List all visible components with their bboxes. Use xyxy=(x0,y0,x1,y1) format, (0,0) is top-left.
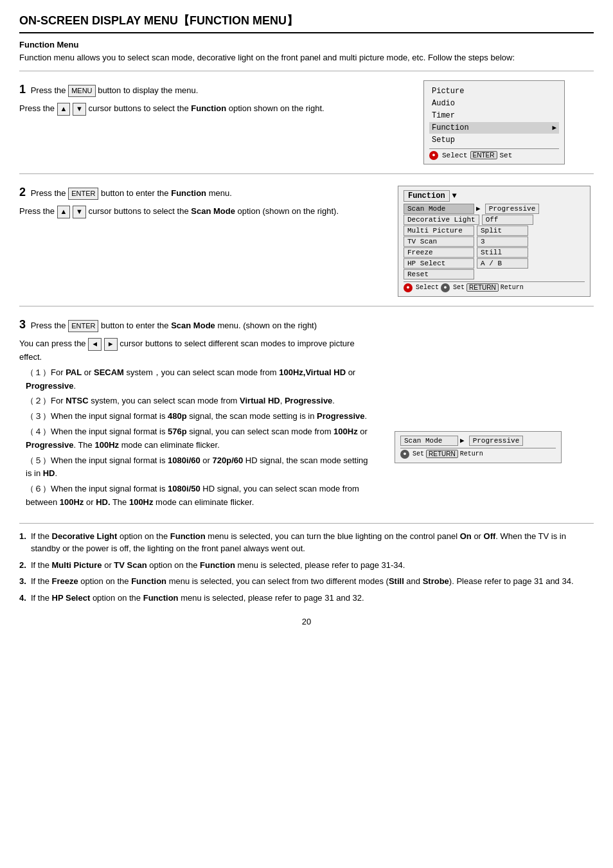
osd-fn-return-text: Return xyxy=(501,284,524,291)
note-1: 1. If the Decorative Light option on the… xyxy=(19,530,594,555)
return-badge-2: RETURN xyxy=(426,450,458,458)
osd-fn-tvscan-value: 3 xyxy=(477,236,528,247)
step-3-text: 3 Press the ENTER button to enter the Sc… xyxy=(19,315,375,509)
step-3-body-2: （１）For PAL or SECAM system，you can selec… xyxy=(26,366,375,393)
step-3-body-4: （３）When the input signal format is 480p … xyxy=(26,410,375,423)
osd-fn-deco-label: Decorative Light xyxy=(404,215,479,225)
note-num-3: 3. xyxy=(19,575,31,588)
osd-fn-hp-value: A / B xyxy=(477,258,528,269)
section-name: Function Menu xyxy=(19,40,594,49)
osd-fn-row-freeze: Freeze Still xyxy=(404,247,585,258)
step-3-body-3: （２）For NTSC system, you can select scan … xyxy=(26,394,375,408)
menu-key: MENU xyxy=(68,85,95,98)
note-text-2: If the Multi Picture or TV Scan option o… xyxy=(31,559,405,572)
osd-item-timer: Timer xyxy=(429,110,559,121)
osd-fn-freeze-value: Still xyxy=(477,247,528,258)
osd-scan-set-text: Set xyxy=(413,450,424,457)
osd-scan-value: Progressive xyxy=(469,436,524,446)
step-2-instruction: 2 Press the ENTER button to enter the Fu… xyxy=(19,183,375,202)
osd-fn-multi-value: Split xyxy=(477,226,528,236)
note-3: 3. If the Freeze option on the Function … xyxy=(19,575,594,588)
enter-badge: ENTER xyxy=(470,151,497,159)
osd-status-bar-1: ● Select ENTER Set xyxy=(429,148,559,160)
step-2-row: 2 Press the ENTER button to enter the Fu… xyxy=(19,173,594,306)
osd-function-title: Function xyxy=(404,190,450,202)
osd-fn-row-multi: Multi Picture Split xyxy=(404,226,585,236)
osd-fn-hp-label: HP Select xyxy=(404,258,474,269)
note-4: 4. If the HP Select option on the Functi… xyxy=(19,592,594,605)
osd-fn-scan-value: Progressive xyxy=(485,204,540,214)
osd-scan-mode-row: Scan Mode ▶ Progressive xyxy=(400,436,556,446)
osd-scan-arrow: ▶ xyxy=(460,436,465,445)
step-1-osd: Picture Audio Timer Function ▶ Setup ● S… xyxy=(395,80,594,164)
circle-select-icon: ● xyxy=(404,283,413,292)
osd-function-header: Function ▼ xyxy=(404,190,585,202)
osd-function-arrow: ▶ xyxy=(552,123,556,132)
step-2-menu-box: Function ▼ Scan Mode ▶ Progressive Decor… xyxy=(398,186,591,297)
step-1-left: 1 Press the MENU button to display the m… xyxy=(19,80,382,164)
osd-header-down-arrow: ▼ xyxy=(452,191,457,200)
step-3-osd: Scan Mode ▶ Progressive ● Set RETURN Ret… xyxy=(395,315,594,463)
note-2: 2. If the Multi Picture or TV Scan optio… xyxy=(19,559,594,572)
osd-fn-freeze-label: Freeze xyxy=(404,247,474,258)
osd-item-picture: Picture xyxy=(429,85,559,97)
step-3-body-6: （５）When the input signal format is 1080i… xyxy=(26,454,375,481)
enter-key-2: ENTER xyxy=(68,188,98,200)
osd-fn-row-scan: Scan Mode ▶ Progressive xyxy=(404,204,585,214)
osd-fn-tvscan-label: TV Scan xyxy=(404,236,474,247)
osd-set-label: Set xyxy=(500,152,513,159)
circle-set-icon: ● xyxy=(441,283,450,292)
osd-fn-deco-value: Off xyxy=(482,215,533,225)
osd-scan-return-text: Return xyxy=(460,450,483,457)
osd-item-setup: Setup xyxy=(429,134,559,146)
step-3-row: 3 Press the ENTER button to enter the Sc… xyxy=(19,306,594,520)
down-cursor-key-2: ▼ xyxy=(73,206,86,218)
note-text-3: If the Freeze option on the Function men… xyxy=(31,575,574,588)
left-cursor-key: ◄ xyxy=(88,338,102,351)
osd-fn-select-text: Select xyxy=(416,284,439,291)
step-3-body-1: You can press the ◄ ► cursor buttons to … xyxy=(19,337,375,364)
osd-function-label: Function xyxy=(432,123,469,132)
step-number-2: 2 xyxy=(19,186,26,199)
right-cursor-key: ► xyxy=(104,338,118,351)
osd-item-function: Function ▶ xyxy=(429,122,559,134)
step-3-body-7: （６）When the input signal format is 1080i… xyxy=(26,483,375,509)
osd-select-label: Select xyxy=(442,152,468,159)
osd-fn-set-text: Set xyxy=(453,284,465,291)
step-3-instruction: 3 Press the ENTER button to enter the Sc… xyxy=(19,315,375,334)
osd-fn-scan-label: Scan Mode xyxy=(404,204,474,214)
page-title: ON-SCREEN DISPLAY MENU【FUNCTION MENU】 xyxy=(19,13,594,33)
circle-set-icon-2: ● xyxy=(400,450,409,459)
osd-fn-multi-label: Multi Picture xyxy=(404,226,474,236)
osd-fn-row-tvscan: TV Scan 3 xyxy=(404,236,585,247)
intro-text: Function menu allows you to select scan … xyxy=(19,51,594,64)
osd-fn-row-reset: Reset xyxy=(404,269,585,279)
step-number-1: 1 xyxy=(19,83,26,96)
step-1-menu-box: Picture Audio Timer Function ▶ Setup ● S… xyxy=(423,80,565,164)
osd-scan-label: Scan Mode xyxy=(400,436,458,446)
note-text-4: If the HP Select option on the Function … xyxy=(31,592,364,605)
step-number-3: 3 xyxy=(19,318,26,331)
down-cursor-key: ▼ xyxy=(73,103,86,116)
osd-fn-row-deco: Decorative Light Off xyxy=(404,215,585,225)
osd-fn-scan-arrow: ▶ xyxy=(476,204,481,213)
osd-status-bar-3: ● Set RETURN Return xyxy=(400,448,556,459)
osd-fn-reset-label: Reset xyxy=(404,269,474,279)
enter-key-3: ENTER xyxy=(68,320,98,333)
note-text-1: If the Decorative Light option on the Fu… xyxy=(31,530,594,555)
step-3-menu-box: Scan Mode ▶ Progressive ● Set RETURN Ret… xyxy=(395,431,562,463)
up-cursor-key-2: ▲ xyxy=(57,206,71,218)
circle-red-icon: ● xyxy=(429,151,438,160)
step-3-left: 3 Press the ENTER button to enter the Sc… xyxy=(19,315,382,511)
step-1-instruction: 1 Press the MENU button to display the m… xyxy=(19,80,375,99)
return-badge: RETURN xyxy=(466,283,499,292)
step-1-row: 1 Press the MENU button to display the m… xyxy=(19,71,594,173)
step-2-left: 2 Press the ENTER button to enter the Fu… xyxy=(19,183,382,297)
page-number: 20 xyxy=(19,617,594,626)
step-2-osd: Function ▼ Scan Mode ▶ Progressive Decor… xyxy=(395,183,594,297)
osd-item-audio: Audio xyxy=(429,98,559,109)
step-1-instruction2: Press the ▲ ▼ cursor buttons to select t… xyxy=(19,102,375,116)
up-cursor-key: ▲ xyxy=(57,103,71,116)
notes-section: 1. If the Decorative Light option on the… xyxy=(19,523,594,605)
note-num-4: 4. xyxy=(19,592,31,605)
